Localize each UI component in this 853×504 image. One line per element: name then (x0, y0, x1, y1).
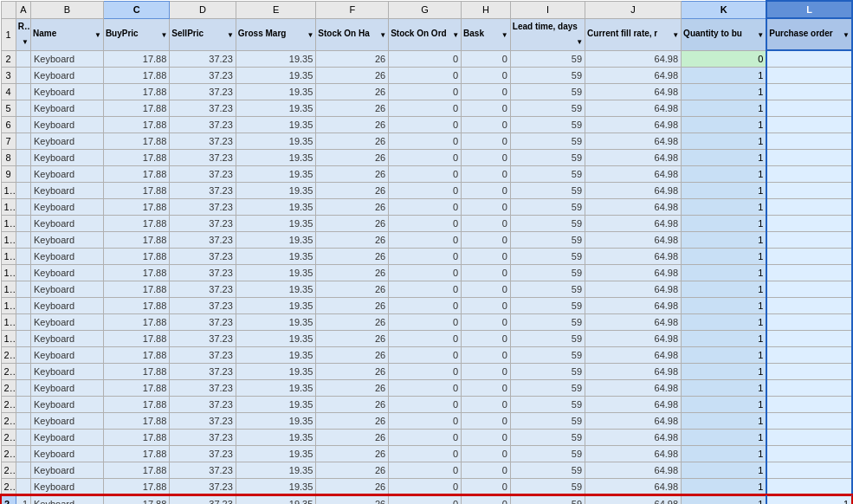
cell-fillrate[interactable]: 64.98 (585, 379, 682, 396)
cell-stockonhand[interactable]: 26 (316, 462, 389, 478)
cell-buyprice[interactable]: 17.88 (103, 67, 169, 83)
cell-leadtime[interactable]: 59 (510, 330, 585, 346)
cell-grossmargin[interactable]: 19.35 (236, 132, 316, 149)
cell-rank[interactable] (16, 396, 30, 412)
cell-bask[interactable]: 0 (462, 346, 511, 363)
cell-buyprice[interactable]: 17.88 (103, 495, 169, 505)
cell-bask[interactable]: 0 (462, 215, 511, 231)
cell-leadtime[interactable]: 59 (510, 297, 585, 313)
cell-qtytobuy[interactable]: 1 (682, 165, 767, 182)
cell-fillrate[interactable]: 64.98 (585, 478, 682, 495)
cell-grossmargin[interactable]: 19.35 (236, 478, 316, 495)
cell-purchaseorder[interactable] (766, 445, 852, 462)
cell-leadtime[interactable]: 59 (510, 462, 585, 478)
cell-leadtime[interactable]: 59 (510, 429, 585, 445)
cell-stockonorder[interactable]: 0 (389, 50, 462, 67)
cell-qtytobuy[interactable]: 1 (682, 182, 767, 198)
cell-name[interactable]: Keyboard (31, 330, 104, 346)
cell-fillrate[interactable]: 64.98 (585, 132, 682, 149)
col-letter-a[interactable]: A (16, 1, 30, 18)
cell-stockonorder[interactable]: 0 (389, 346, 462, 363)
col-letter-j[interactable]: J (585, 1, 682, 18)
cell-purchaseorder[interactable] (766, 116, 852, 132)
cell-bask[interactable]: 0 (462, 50, 511, 67)
cell-leadtime[interactable]: 59 (510, 198, 585, 215)
cell-name[interactable]: Keyboard (31, 478, 104, 495)
cell-grossmargin[interactable]: 19.35 (236, 50, 316, 67)
cell-grossmargin[interactable]: 19.35 (236, 495, 316, 505)
cell-purchaseorder[interactable] (766, 297, 852, 313)
cell-stockonhand[interactable]: 26 (316, 215, 389, 231)
cell-name[interactable]: Keyboard (31, 264, 104, 281)
cell-purchaseorder[interactable] (766, 412, 852, 429)
cell-sellprice[interactable]: 37.23 (170, 396, 236, 412)
cell-name[interactable]: Keyboard (31, 149, 104, 165)
cell-purchaseorder[interactable] (766, 132, 852, 149)
cell-qtytobuy[interactable]: 1 (682, 149, 767, 165)
cell-buyprice[interactable]: 17.88 (103, 132, 169, 149)
cell-leadtime[interactable]: 59 (510, 281, 585, 297)
cell-stockonhand[interactable]: 26 (316, 100, 389, 116)
cell-sellprice[interactable]: 37.23 (170, 281, 236, 297)
cell-buyprice[interactable]: 17.88 (103, 462, 169, 478)
cell-bask[interactable]: 0 (462, 313, 511, 330)
col-leadtime-header[interactable]: Lead time, days▼ (510, 18, 585, 50)
cell-stockonorder[interactable]: 0 (389, 264, 462, 281)
cell-rank[interactable] (16, 149, 30, 165)
cell-name[interactable]: Keyboard (31, 346, 104, 363)
cell-sellprice[interactable]: 37.23 (170, 198, 236, 215)
col-letter-i[interactable]: I (510, 1, 585, 18)
cell-name[interactable]: Keyboard (31, 67, 104, 83)
cell-stockonhand[interactable]: 26 (316, 379, 389, 396)
cell-purchaseorder[interactable] (766, 478, 852, 495)
cell-rank[interactable] (16, 132, 30, 149)
cell-stockonorder[interactable]: 0 (389, 198, 462, 215)
cell-fillrate[interactable]: 64.98 (585, 67, 682, 83)
cell-grossmargin[interactable]: 19.35 (236, 363, 316, 379)
cell-stockonhand[interactable]: 26 (316, 149, 389, 165)
cell-bask[interactable]: 0 (462, 100, 511, 116)
cell-qtytobuy[interactable]: 1 (682, 248, 767, 264)
cell-purchaseorder[interactable] (766, 100, 852, 116)
col-rank-header[interactable]: Ran▼ (16, 18, 30, 50)
cell-fillrate[interactable]: 64.98 (585, 495, 682, 505)
cell-qtytobuy[interactable]: 1 (682, 198, 767, 215)
cell-grossmargin[interactable]: 19.35 (236, 412, 316, 429)
cell-purchaseorder[interactable] (766, 346, 852, 363)
cell-grossmargin[interactable]: 19.35 (236, 297, 316, 313)
col-bask-header[interactable]: Bask▼ (462, 18, 511, 50)
cell-sellprice[interactable]: 37.23 (170, 50, 236, 67)
cell-stockonorder[interactable]: 0 (389, 330, 462, 346)
cell-leadtime[interactable]: 59 (510, 445, 585, 462)
cell-bask[interactable]: 0 (462, 281, 511, 297)
cell-rank[interactable] (16, 330, 30, 346)
cell-bask[interactable]: 0 (462, 429, 511, 445)
cell-fillrate[interactable]: 64.98 (585, 50, 682, 67)
cell-stockonorder[interactable]: 0 (389, 83, 462, 100)
cell-leadtime[interactable]: 59 (510, 264, 585, 281)
cell-leadtime[interactable]: 59 (510, 313, 585, 330)
cell-fillrate[interactable]: 64.98 (585, 313, 682, 330)
cell-fillrate[interactable]: 64.98 (585, 429, 682, 445)
cell-purchaseorder[interactable] (766, 281, 852, 297)
cell-grossmargin[interactable]: 19.35 (236, 313, 316, 330)
cell-name[interactable]: Keyboard (31, 248, 104, 264)
cell-grossmargin[interactable]: 19.35 (236, 445, 316, 462)
cell-stockonhand[interactable]: 26 (316, 198, 389, 215)
cell-sellprice[interactable]: 37.23 (170, 165, 236, 182)
col-buyprice-header[interactable]: BuyPric▼ (103, 18, 169, 50)
cell-qtytobuy[interactable]: 1 (682, 445, 767, 462)
cell-sellprice[interactable]: 37.23 (170, 83, 236, 100)
col-letter-f[interactable]: F (316, 1, 389, 18)
cell-purchaseorder[interactable] (766, 313, 852, 330)
cell-buyprice[interactable]: 17.88 (103, 396, 169, 412)
cell-fillrate[interactable]: 64.98 (585, 165, 682, 182)
cell-sellprice[interactable]: 37.23 (170, 412, 236, 429)
cell-name[interactable]: Keyboard (31, 165, 104, 182)
cell-fillrate[interactable]: 64.98 (585, 149, 682, 165)
cell-qtytobuy[interactable]: 1 (682, 429, 767, 445)
cell-stockonorder[interactable]: 0 (389, 281, 462, 297)
cell-bask[interactable]: 0 (462, 149, 511, 165)
cell-qtytobuy[interactable]: 1 (682, 83, 767, 100)
cell-stockonhand[interactable]: 26 (316, 50, 389, 67)
